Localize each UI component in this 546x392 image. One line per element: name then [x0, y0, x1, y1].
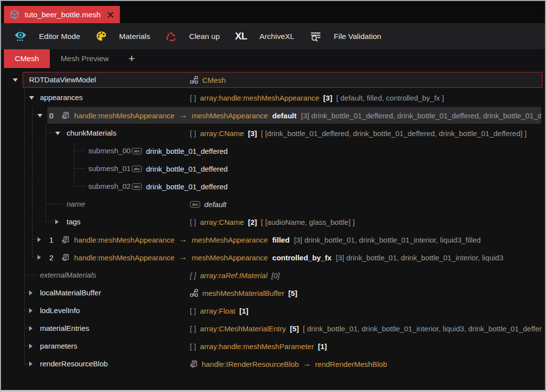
file-validation-button[interactable]: File Validation: [310, 31, 381, 42]
submesh-00-row[interactable]: submesh_00abcdrink_bottle_01_deffered: [1, 142, 545, 160]
render-resource-blob-value-seg: handle:IRenderResourceBlob: [202, 360, 299, 368]
recycle-icon: [165, 31, 177, 42]
material-entries-value: [ ]array:CMeshMaterialEntry[5][ drink_bo…: [190, 320, 542, 337]
appearance-1-row[interactable]: 1handle:meshMeshAppearance→meshMeshAppea…: [1, 231, 545, 249]
abc-icon: abc: [132, 183, 142, 190]
appearance-2-row[interactable]: 2handle:meshMeshAppearance→meshMeshAppea…: [1, 249, 545, 266]
svg-text:abc: abc: [134, 184, 140, 189]
appearance-0-row[interactable]: 0handle:meshMeshAppearance→meshMeshAppea…: [1, 107, 545, 124]
caret-expanded-icon[interactable]: [37, 114, 42, 117]
caret-collapsed-icon[interactable]: [37, 237, 41, 242]
parameters-value-seg: [1]: [318, 342, 327, 351]
abc-icon: abc: [190, 201, 200, 208]
submesh-01-row[interactable]: submesh_01abcdrink_bottle_01_deffered: [1, 160, 545, 178]
caret-collapsed-icon[interactable]: [55, 219, 59, 224]
editor-mode-button[interactable]: Editor Mode: [14, 31, 80, 41]
tree-guide-stub: [74, 150, 85, 151]
submesh-01-value-seg: drink_bottle_01_deffered: [146, 165, 228, 173]
appearance-name-label: name: [67, 195, 85, 213]
material-entries-value-seg: [ ]: [190, 324, 196, 333]
close-icon[interactable]: [108, 12, 113, 18]
clean-up-button[interactable]: Clean up: [165, 31, 219, 42]
appearance-1-value-seg: →: [179, 235, 187, 245]
chunk-materials-row[interactable]: chunkMaterials[ ]array:CName[3][ [drink_…: [1, 124, 545, 142]
document-tab-label: tuto_beer_bottle.mesh: [25, 10, 101, 19]
data-tree: RDTDataViewModelCMeshappearances[ ]array…: [1, 68, 545, 390]
tags-value-seg: [ ]: [190, 218, 196, 226]
appearances-label: appearances: [40, 89, 83, 107]
caret-collapsed-icon[interactable]: [37, 255, 41, 260]
material-entries-label: materialEntries: [40, 320, 89, 337]
appearances-row[interactable]: appearances[ ]array:handle:meshMeshAppea…: [1, 89, 545, 107]
submesh-02-value-seg: drink_bottle_01_deffered: [146, 182, 228, 191]
handle-icon: [62, 111, 70, 119]
external-materials-row[interactable]: externalMaterials[ ]array:raRef:IMateria…: [1, 266, 545, 284]
tags-value-seg: [2]: [248, 218, 257, 226]
archivexl-button[interactable]: XL ArchiveXL: [235, 31, 294, 42]
appearances-value-seg: [3]: [323, 94, 332, 102]
svg-text:abc: abc: [134, 149, 140, 153]
caret-expanded-icon[interactable]: [29, 96, 34, 100]
appearance-name-row[interactable]: nameabcdefault: [1, 195, 545, 213]
rdt-data-view-model-row[interactable]: RDTDataViewModelCMesh: [1, 71, 545, 89]
tree-guide-stub: [74, 186, 85, 186]
document-tab[interactable]: tuto_beer_bottle.mesh: [4, 6, 120, 23]
parameters-value-seg: [ ]: [190, 342, 196, 351]
chunk-materials-label: chunkMaterials: [67, 124, 116, 142]
submesh-02-row[interactable]: submesh_02abcdrink_bottle_01_deffered: [1, 178, 545, 195]
handle-icon: [190, 360, 198, 368]
appearance-1-value-seg: [3] drink_bottle_01, drink_bottle_01_int…: [294, 236, 481, 244]
add-tab-button[interactable]: +: [119, 49, 144, 68]
render-resource-blob-label: renderResourceBlob: [40, 355, 108, 373]
node-icon: [190, 76, 198, 84]
parameters-value-seg: array:handle:meshMeshParameter: [200, 342, 314, 351]
local-material-buffer-value: meshMeshMaterialBuffer[5]: [190, 284, 542, 302]
appearance-0-label: 0: [49, 111, 53, 120]
caret-collapsed-icon[interactable]: [29, 344, 33, 349]
file-validation-label: File Validation: [334, 32, 381, 41]
view-tab-bar: CMesh Mesh Preview +: [1, 49, 545, 68]
abc-icon: abc: [132, 166, 142, 172]
tab-mesh-preview-label: Mesh Preview: [61, 54, 109, 63]
caret-expanded-icon[interactable]: [55, 132, 60, 135]
tree-guide-stub: [24, 292, 28, 293]
appearance-2-value-seg: [3] drink_bottle_01, drink_bottle_01_int…: [336, 253, 503, 262]
appearance-1-value-seg: handle:meshMeshAppearance: [74, 236, 174, 244]
submesh-00-value: abcdrink_bottle_01_deffered: [132, 142, 542, 160]
document-tab-bar: tuto_beer_bottle.mesh: [1, 1, 545, 23]
appearance-0-content: 0handle:meshMeshAppearance→meshMeshAppea…: [49, 107, 541, 124]
svg-text:abc: abc: [192, 202, 198, 207]
caret-collapsed-icon[interactable]: [29, 308, 33, 313]
caret-collapsed-icon[interactable]: [29, 361, 33, 366]
tab-cmesh[interactable]: CMesh: [4, 49, 50, 68]
render-resource-blob-row[interactable]: renderResourceBlobhandle:IRenderResource…: [1, 355, 545, 373]
caret-collapsed-icon[interactable]: [29, 290, 33, 295]
submesh-01-label: submesh_01: [88, 160, 131, 178]
lod-level-info-row[interactable]: lodLevelInfo[ ]array:Float[1]: [1, 302, 545, 320]
parameters-label: parameters: [40, 337, 77, 355]
chunk-materials-value-seg: [ ]: [190, 129, 196, 138]
materials-button[interactable]: Materials: [96, 31, 150, 42]
local-material-buffer-value-seg: meshMeshMaterialBuffer: [202, 289, 284, 297]
rdt-data-view-model-value: CMesh: [190, 71, 542, 89]
file-validation-icon: [310, 31, 322, 42]
mesh-cube-icon: [9, 9, 20, 20]
appearances-value-seg: array:handle:meshMeshAppearance: [200, 94, 320, 102]
external-materials-value-seg: [ ]: [190, 271, 196, 280]
tags-row[interactable]: tags[ ]array:CName[2][ [audioName, glass…: [1, 213, 545, 231]
parameters-row[interactable]: parameters[ ]array:handle:meshMeshParame…: [1, 337, 545, 355]
submesh-00-value-seg: drink_bottle_01_deffered: [146, 147, 228, 155]
material-entries-row[interactable]: materialEntries[ ]array:CMeshMaterialEnt…: [1, 320, 545, 337]
caret-expanded-icon[interactable]: [13, 78, 18, 82]
tab-cmesh-label: CMesh: [15, 54, 39, 63]
local-material-buffer-row[interactable]: localMaterialBuffermeshMeshMaterialBuffe…: [1, 284, 545, 302]
caret-collapsed-icon[interactable]: [29, 326, 33, 331]
material-entries-value-seg: [5]: [290, 324, 299, 333]
tags-label: tags: [67, 213, 80, 231]
tab-mesh-preview[interactable]: Mesh Preview: [50, 49, 119, 68]
appearance-1-value-seg: filled: [272, 236, 290, 244]
appearance-name-value: abcdefault: [190, 195, 542, 213]
submesh-00-label: submesh_00: [88, 142, 131, 160]
editor-mode-label: Editor Mode: [39, 32, 80, 41]
materials-label: Materials: [119, 32, 150, 41]
